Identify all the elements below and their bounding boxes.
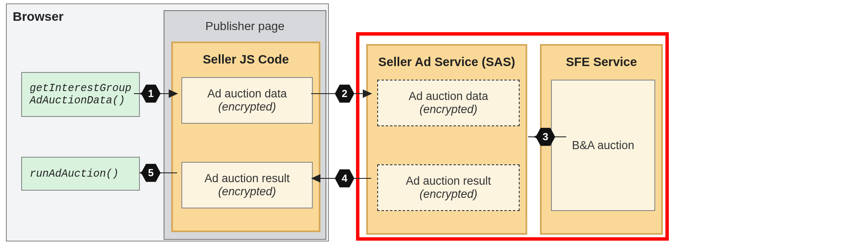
card-line: Ad auction result xyxy=(378,175,519,188)
publisher-page-label: Publisher page xyxy=(206,19,285,33)
card-line: (encrypted) xyxy=(182,185,312,198)
card-line: Ad auction data xyxy=(182,87,312,100)
api-line: runAdAuction() xyxy=(30,168,139,180)
card-line: B&A auction xyxy=(552,139,654,152)
sfe-auction-card: B&A auction xyxy=(551,80,655,211)
card-line: (encrypted) xyxy=(378,103,519,116)
card-line: (encrypted) xyxy=(182,100,312,114)
services-highlight-box: Seller Ad Service (SAS) Ad auction data … xyxy=(356,32,669,241)
api-run-ad-auction: runAdAuction() xyxy=(21,157,140,191)
step-badge-4: 4 xyxy=(335,169,354,188)
card-line: (encrypted) xyxy=(378,188,519,201)
seller-ad-service-box: Seller Ad Service (SAS) Ad auction data … xyxy=(366,44,527,235)
publisher-page-box: Publisher page Seller JS Code Ad auction… xyxy=(164,10,326,240)
sas-ad-auction-data: Ad auction data (encrypted) xyxy=(377,80,520,126)
step-badge-2: 2 xyxy=(335,84,354,103)
seller-js-ad-auction-data: Ad auction data (encrypted) xyxy=(181,77,313,124)
card-line: Ad auction data xyxy=(378,90,519,103)
seller-js-title: Seller JS Code xyxy=(173,43,319,67)
card-line: Ad auction result xyxy=(182,172,312,185)
browser-box: Browser Publisher page Seller JS Code Ad… xyxy=(6,3,329,241)
api-line: AdAuctionData() xyxy=(30,94,139,107)
sfe-title: SFE Service xyxy=(542,46,661,69)
api-line: getInterestGroup xyxy=(30,82,139,94)
seller-js-code-box: Seller JS Code Ad auction data (encrypte… xyxy=(171,42,320,232)
sas-title: Seller Ad Service (SAS) xyxy=(368,46,526,69)
sas-ad-auction-result: Ad auction result (encrypted) xyxy=(377,164,520,211)
browser-label: Browser xyxy=(13,9,64,24)
sfe-service-box: SFE Service B&A auction xyxy=(540,44,663,235)
seller-js-ad-auction-result: Ad auction result (encrypted) xyxy=(181,162,313,208)
api-get-interest-group: getInterestGroup AdAuctionData() xyxy=(21,72,140,117)
